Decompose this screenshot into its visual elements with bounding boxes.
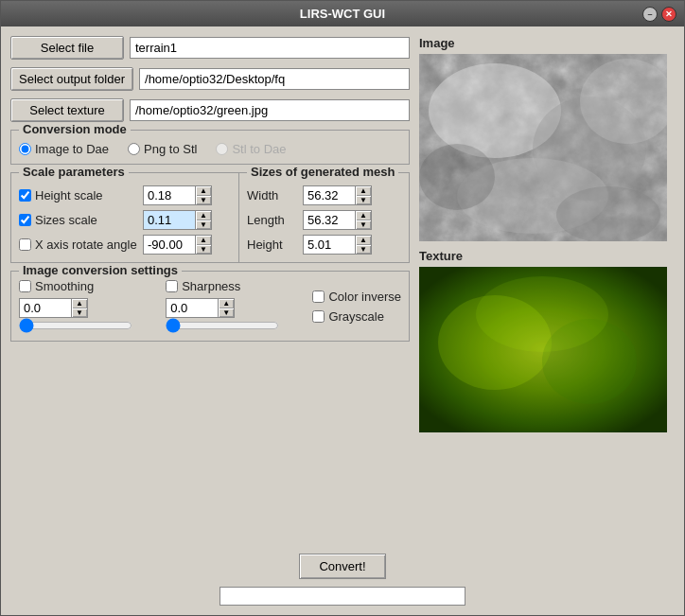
select-folder-button[interactable]: Select output folder	[10, 67, 133, 91]
color-options-col: Color inverse Grayscale	[312, 279, 401, 333]
width-input[interactable]	[303, 185, 355, 205]
x-axis-spin-buttons: ▲ ▼	[195, 235, 212, 255]
grayscale-label: Grayscale	[328, 309, 384, 324]
color-inverse-checkbox[interactable]	[312, 290, 325, 303]
length-label: Length	[247, 213, 299, 227]
length-spin-buttons: ▲ ▼	[355, 210, 372, 230]
texture-preview	[419, 267, 667, 432]
x-axis-label: X axis rotate angle	[35, 238, 139, 252]
sizes-scale-checkbox[interactable]	[19, 214, 31, 226]
image-label: Image	[419, 36, 675, 50]
texture-preview-section: Texture	[419, 249, 675, 432]
mesh-height-up[interactable]: ▲	[356, 236, 371, 245]
length-row: Length ▲ ▼	[247, 210, 401, 230]
mesh-height-input[interactable]	[303, 235, 355, 255]
smoothing-up[interactable]: ▲	[72, 299, 87, 308]
width-down[interactable]: ▼	[356, 196, 371, 205]
svg-point-5	[419, 144, 495, 210]
height-scale-spinner: ▲ ▼	[143, 185, 212, 205]
window-controls: – ✕	[642, 7, 676, 22]
minimize-button[interactable]: –	[642, 7, 658, 22]
progress-bar	[220, 587, 465, 606]
smoothing-checkbox[interactable]	[19, 280, 31, 292]
mesh-height-down[interactable]: ▼	[356, 245, 371, 255]
length-input[interactable]	[303, 210, 355, 230]
smoothing-down[interactable]: ▼	[72, 308, 87, 318]
smoothing-slider[interactable]	[19, 318, 132, 333]
sizes-scale-input[interactable]	[143, 210, 195, 230]
convert-button[interactable]: Convert!	[299, 554, 385, 579]
sizes-scale-row: Sizes scale ▲ ▼	[19, 210, 231, 230]
mesh-height-spin-buttons: ▲ ▼	[355, 235, 372, 255]
length-down[interactable]: ▼	[356, 220, 371, 230]
close-button[interactable]: ✕	[661, 7, 676, 22]
sizes-mesh-section: Sizes of generated mesh Width ▲ ▼ Leng	[239, 172, 410, 263]
radio-stl-to-dae-label: Stl to Dae	[232, 142, 286, 156]
x-axis-up[interactable]: ▲	[196, 236, 211, 245]
smoothing-value-row: ▲ ▼	[19, 298, 156, 318]
sizes-scale-down[interactable]: ▼	[196, 220, 211, 230]
height-scale-label: Height scale	[35, 188, 139, 202]
height-scale-row: Height scale ▲ ▼	[19, 185, 231, 205]
scale-sizes-split: Scale parameters Height scale ▲ ▼	[10, 172, 410, 263]
scale-params-title: Scale parameters	[19, 165, 129, 179]
folder-row: Select output folder	[10, 67, 410, 91]
terrain-svg	[419, 54, 667, 241]
select-texture-button[interactable]: Select texture	[10, 98, 124, 122]
mesh-height-label: Height	[247, 238, 299, 252]
x-axis-checkbox[interactable]	[19, 238, 31, 251]
sizes-scale-label: Sizes scale	[35, 213, 139, 227]
texture-label: Texture	[419, 249, 675, 263]
file-input[interactable]	[130, 37, 410, 59]
sharpness-input[interactable]	[166, 298, 218, 318]
height-scale-input[interactable]	[143, 185, 195, 205]
height-scale-down[interactable]: ▼	[196, 196, 211, 205]
mesh-height-spinner: ▲ ▼	[303, 235, 372, 255]
radio-img-to-dae-label: Image to Dae	[35, 142, 109, 156]
sharpness-col: Sharpness ▲ ▼	[166, 279, 303, 333]
sharpness-slider-container	[166, 318, 303, 333]
x-axis-down[interactable]: ▼	[196, 245, 211, 255]
sizes-scale-spin-buttons: ▲ ▼	[195, 210, 212, 230]
radio-png-to-stl-input[interactable]	[128, 143, 140, 155]
radio-png-to-stl-label: Png to Stl	[144, 142, 197, 156]
length-up[interactable]: ▲	[356, 211, 371, 220]
smoothing-input[interactable]	[19, 298, 71, 318]
grayscale-checkbox[interactable]	[312, 310, 325, 323]
x-axis-spinner: ▲ ▼	[143, 235, 212, 255]
conversion-mode-title: Conversion mode	[19, 122, 131, 136]
select-file-button[interactable]: Select file	[10, 36, 124, 60]
conv-inner: Smoothing ▲ ▼	[19, 279, 401, 333]
sizes-scale-up[interactable]: ▲	[196, 211, 211, 220]
width-label: Width	[247, 188, 299, 202]
radio-img-to-dae-input[interactable]	[19, 143, 31, 155]
color-inverse-row: Color inverse	[312, 290, 401, 304]
conversion-mode-section: Conversion mode Image to Dae Png to Stl …	[10, 130, 410, 165]
bottom-area: Convert!	[1, 548, 684, 615]
sharpness-checkbox[interactable]	[166, 280, 178, 292]
mesh-height-row: Height ▲ ▼	[247, 235, 401, 255]
smoothing-label: Smoothing	[35, 279, 94, 293]
x-axis-row: X axis rotate angle ▲ ▼	[19, 235, 231, 255]
smoothing-col: Smoothing ▲ ▼	[19, 279, 156, 333]
color-inverse-label: Color inverse	[328, 290, 401, 304]
sharpness-spin-buttons: ▲ ▼	[218, 298, 235, 318]
radio-png-to-stl[interactable]: Png to Stl	[128, 142, 197, 156]
sharpness-down[interactable]: ▼	[219, 308, 234, 318]
x-axis-input[interactable]	[143, 235, 195, 255]
window-title: LIRS-WCT GUI	[300, 7, 385, 21]
radio-img-to-dae[interactable]: Image to Dae	[19, 142, 109, 156]
folder-input[interactable]	[139, 68, 410, 90]
length-spinner: ▲ ▼	[303, 210, 372, 230]
radio-group: Image to Dae Png to Stl Stl to Dae	[19, 142, 401, 156]
width-up[interactable]: ▲	[356, 186, 371, 196]
sharpness-slider[interactable]	[166, 318, 279, 333]
sharpness-label: Sharpness	[182, 279, 240, 293]
height-scale-up[interactable]: ▲	[196, 186, 211, 196]
width-row: Width ▲ ▼	[247, 185, 401, 205]
smoothing-slider-container	[19, 318, 156, 333]
sharpness-up[interactable]: ▲	[219, 299, 234, 308]
height-scale-checkbox[interactable]	[19, 189, 31, 202]
texture-input[interactable]	[130, 99, 410, 121]
right-panel: Image	[419, 36, 675, 538]
